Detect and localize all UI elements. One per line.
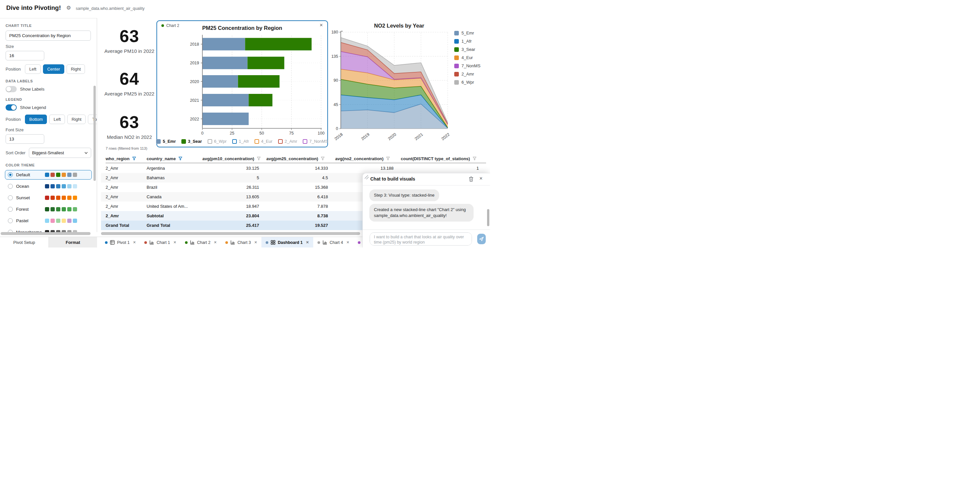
legend-item-6_Wpr[interactable]: 6_Wpr — [454, 80, 480, 85]
theme-option-ocean[interactable]: Ocean — [5, 182, 92, 191]
legend-label: 7_NonMS — [309, 139, 328, 144]
dataset-breadcrumb[interactable]: sample_data.who.ambient_air_quality — [76, 6, 145, 11]
chart2-panel[interactable]: Chart 2 ✕ PM25 Concentration by Region 2… — [156, 20, 328, 147]
filter-funnel-icon[interactable] — [473, 156, 477, 161]
column-header[interactable]: avg(no2_concentration) — [335, 155, 401, 162]
tab-close-icon[interactable]: ✕ — [214, 240, 217, 244]
chart-icon — [322, 240, 327, 245]
filter-funnel-icon[interactable] — [132, 156, 136, 161]
filter-funnel-icon[interactable] — [386, 156, 390, 161]
main-horizontal-scrollbar[interactable] — [101, 232, 360, 235]
title-position-right-button[interactable]: Right — [67, 64, 85, 74]
filter-funnel-icon[interactable] — [321, 156, 325, 161]
legend-item-1_Afr[interactable]: 1_Afr — [232, 139, 249, 144]
tab-close-icon[interactable]: ✕ — [346, 240, 349, 244]
sidebar-vertical-scrollbar[interactable] — [94, 86, 96, 181]
send-button[interactable] — [477, 234, 486, 244]
tab-format[interactable]: Format — [49, 237, 97, 248]
column-header[interactable]: count(DISTINCT type_of_stations) — [401, 155, 486, 162]
legend-item-7_NonMS[interactable]: 7_NonMS — [303, 139, 328, 144]
legend-item-4_Eur[interactable]: 4_Eur — [454, 55, 480, 60]
legend-item-7_NonMS[interactable]: 7_NonMS — [454, 63, 480, 68]
color-swatch — [56, 172, 60, 177]
chart-title-input[interactable]: PM25 Concentration by Region — [6, 30, 91, 41]
legend-item-2_Amr[interactable]: 2_Amr — [278, 139, 297, 144]
tab-label: Dashboard 1 — [278, 240, 303, 245]
tab-close-icon[interactable]: ✕ — [133, 240, 136, 244]
legend-item-1_Afr[interactable]: 1_Afr — [454, 39, 480, 44]
color-swatch — [73, 172, 77, 177]
tab-close-icon[interactable]: ✕ — [254, 240, 257, 244]
table-cell: 15.368 — [266, 185, 335, 190]
tab-close-icon[interactable]: ✕ — [173, 240, 176, 244]
theme-swatches — [45, 172, 77, 177]
theme-swatches — [45, 196, 77, 200]
title-position-center-button[interactable]: Center — [43, 64, 64, 74]
legend-font-size-input[interactable]: 13 — [6, 134, 44, 144]
column-header[interactable]: who_region — [106, 155, 146, 162]
sort-order-select[interactable]: Biggest-Smallest — [29, 148, 91, 158]
column-header[interactable]: avg(pm25_concentration) — [266, 155, 335, 162]
radio-icon — [8, 218, 13, 223]
tab-label: Chart 2 — [197, 240, 210, 245]
column-header-label: who_region — [106, 156, 130, 161]
legend-label: 2_Amr — [461, 72, 474, 77]
legend-item-5_Emr[interactable]: 5_Emr — [156, 139, 176, 144]
workbook-tab-chart-1[interactable]: Chart 1✕ — [140, 237, 180, 248]
no2-chart-card[interactable]: NO2 Levels by Year 045901351802018201920… — [330, 21, 490, 149]
color-swatch — [67, 184, 72, 188]
theme-option-sunset[interactable]: Sunset — [5, 193, 92, 203]
color-swatch — [67, 172, 72, 177]
tab-pivot-setup[interactable]: Pivot Setup — [0, 237, 49, 248]
theme-swatches — [45, 207, 77, 211]
legend-item-6_Wpr[interactable]: 6_Wpr — [208, 139, 227, 144]
theme-option-default[interactable]: Default — [5, 170, 92, 180]
theme-option-monochrome[interactable]: Monochrome — [5, 227, 92, 232]
tab-close-icon[interactable]: ✕ — [306, 240, 309, 244]
show-legend-toggle[interactable] — [6, 104, 17, 111]
chat-scrollbar[interactable] — [487, 209, 489, 226]
table-cell: Brazil — [146, 185, 202, 190]
chat-input[interactable]: I want to build a chart that looks at ai… — [370, 232, 472, 246]
chat-close-icon[interactable]: ✕ — [479, 176, 483, 181]
workbook-tab-chart-3[interactable]: Chart 3✕ — [221, 237, 261, 248]
column-header[interactable]: avg(pm10_concentration) — [202, 155, 266, 162]
trash-icon[interactable] — [469, 176, 474, 182]
workbook-tab-chart-4[interactable]: Chart 4✕ — [313, 237, 353, 248]
legend-item-3_Sear[interactable]: 3_Sear — [181, 139, 202, 144]
legend-item-2_Amr[interactable]: 2_Amr — [454, 72, 480, 77]
legend-swatch-icon — [303, 139, 307, 144]
workbook-tab-dashboard-1[interactable]: Dashboard 1✕ — [261, 237, 313, 248]
legend-position-left-button[interactable]: Left — [49, 115, 65, 124]
legend-swatch-icon — [278, 139, 283, 144]
gear-icon[interactable]: ⚙ — [66, 5, 71, 11]
title-size-input[interactable]: 16 — [6, 51, 44, 61]
radio-icon — [8, 207, 13, 212]
sidebar-horizontal-scrollbar[interactable] — [1, 232, 91, 235]
show-labels-toggle[interactable] — [6, 86, 17, 92]
workbook-tab-chart-2[interactable]: Chart 2✕ — [181, 237, 221, 248]
theme-option-forest[interactable]: Forest — [5, 204, 92, 214]
table-cell: Bahamas — [146, 175, 202, 180]
legend-position-right-button[interactable]: Right — [67, 115, 86, 124]
column-header[interactable]: country_name — [146, 155, 202, 162]
table-cell: United States of Am... — [146, 204, 202, 209]
svg-text:2018: 2018 — [190, 42, 199, 46]
table-cell: 25.417 — [202, 223, 266, 228]
workbook-tab-pivot-1[interactable]: Pivot 1✕ — [101, 237, 140, 248]
pivot-table-header: who_regioncountry_nameavg(pm10_concentra… — [106, 155, 486, 162]
legend-item-4_Eur[interactable]: 4_Eur — [255, 139, 272, 144]
legend-swatch-icon — [454, 64, 459, 68]
table-row[interactable]: 2_AmrArgentina33.12514.33313.1881 — [101, 163, 490, 173]
legend-position-bottom-button[interactable]: Bottom — [25, 115, 47, 124]
svg-text:2019: 2019 — [360, 132, 371, 141]
legend-item-5_Emr[interactable]: 5_Emr — [454, 30, 480, 35]
table-cell: 19.527 — [266, 223, 335, 228]
filter-funnel-icon[interactable] — [257, 156, 261, 161]
filter-funnel-icon[interactable] — [178, 156, 182, 161]
svg-text:75: 75 — [289, 131, 294, 136]
theme-option-pastel[interactable]: Pastel — [5, 216, 92, 225]
title-position-left-button[interactable]: Left — [25, 64, 41, 74]
legend-item-3_Sear[interactable]: 3_Sear — [454, 47, 480, 52]
pm25-chart-legend: 5_Emr3_Sear6_Wpr1_Afr4_Eur2_Amr7_NonMS — [157, 139, 327, 144]
